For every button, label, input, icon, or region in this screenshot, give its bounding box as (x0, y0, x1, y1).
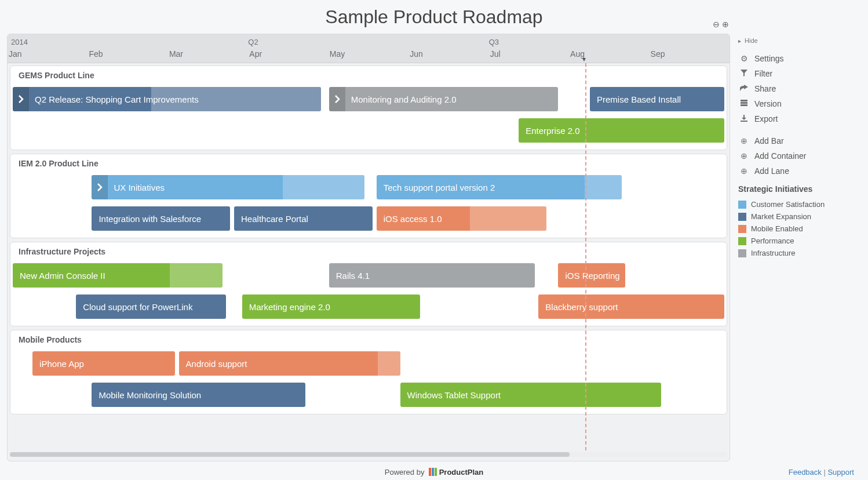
bar-label: Enterprise 2.0 (526, 126, 579, 136)
share-button[interactable]: Share (738, 81, 861, 96)
track: Cloud support for PowerLinkMarketing eng… (13, 293, 724, 322)
roadmap-bar[interactable]: Android support (179, 351, 400, 376)
bar-progress-overlay (151, 87, 321, 111)
roadmap-bar[interactable]: New Admin Console II (13, 263, 223, 288)
legend-swatch (738, 237, 746, 245)
settings-button[interactable]: ⚙ Settings (738, 51, 861, 66)
main: 2014Q2Q3JanFebMarAprMayJunJulAugSep GEMS… (0, 34, 868, 464)
add-bar-button[interactable]: ⊕ Add Bar (738, 133, 861, 148)
filter-label: Filter (754, 69, 772, 78)
track: Integration with SalesforceHealthcare Po… (13, 205, 724, 234)
year-label: 2014 (11, 38, 28, 46)
legend-label: Performance (751, 237, 794, 245)
legend-label: Infrastructure (751, 249, 796, 257)
bar-progress-overlay (283, 175, 364, 199)
legend-swatch (738, 225, 746, 233)
roadmap-board: 2014Q2Q3JanFebMarAprMayJunJulAugSep GEMS… (7, 34, 730, 461)
legend-label: Market Expansion (751, 212, 811, 221)
month-label: Jan (9, 49, 22, 59)
roadmap-bar[interactable]: Blackberry support (538, 294, 724, 319)
svg-rect-1 (741, 102, 747, 104)
bar-label: iOS access 1.0 (384, 214, 442, 224)
bar-progress-overlay (378, 351, 400, 376)
add-lane-button[interactable]: ⊕ Add Lane (738, 163, 861, 179)
zoom-controls: ⊖ ⊕ (713, 20, 729, 29)
share-icon (739, 84, 749, 93)
legend: Customer SatisfactionMarket ExpansionMob… (738, 198, 861, 259)
legend-swatch (738, 201, 746, 209)
zoom-in-icon[interactable]: ⊕ (722, 20, 729, 29)
bar-label: Windows Tablet Support (407, 390, 501, 400)
roadmap-bar[interactable]: iPhone App (32, 351, 175, 376)
roadmap-bar[interactable]: Enterprise 2.0 (519, 118, 724, 143)
plus-circle-icon: ⊕ (739, 151, 749, 161)
sidebar: ▸ Hide ⚙ Settings Filter Share Version (734, 34, 861, 461)
filter-button[interactable]: Filter (738, 66, 861, 81)
lane: Mobile ProductsiPhone AppAndroid support… (10, 330, 727, 414)
time-header: 2014Q2Q3JanFebMarAprMayJunJulAugSep (8, 34, 730, 63)
productplan-logo-icon (429, 468, 437, 476)
export-button[interactable]: Export (738, 111, 861, 126)
legend-item[interactable]: Mobile Enabled (738, 223, 861, 235)
bar-label: iOS Reporting (565, 271, 619, 281)
quarter-label: Q2 (248, 38, 258, 46)
add-bar-label: Add Bar (754, 136, 784, 146)
support-link[interactable]: Support (827, 468, 854, 477)
page-title: Sample Product Roadmap (325, 6, 542, 28)
track: iPhone AppAndroid support (13, 350, 724, 379)
roadmap-bar[interactable]: Mobile Monitoring Solution (92, 383, 305, 407)
scrollbar-thumb[interactable] (10, 452, 570, 457)
bar-label: Android support (186, 359, 247, 369)
bar-label: Monitoring and Auditing 2.0 (351, 94, 457, 104)
lane: IEM 2.0 Product LineUX InitiativesTech s… (10, 154, 727, 238)
roadmap-bar[interactable]: iOS Reporting (558, 263, 625, 288)
bar-label: Blackberry support (545, 302, 618, 312)
horizontal-scrollbar[interactable] (10, 450, 727, 459)
svg-rect-2 (741, 104, 747, 106)
roadmap-bar[interactable]: Windows Tablet Support (400, 383, 661, 407)
legend-item[interactable]: Infrastructure (738, 247, 861, 259)
lane-title: GEMS Product Line (10, 66, 727, 83)
powered-by-label: Powered by (385, 468, 425, 477)
chevron-right-icon (13, 87, 29, 111)
roadmap-bar[interactable]: iOS access 1.0 (377, 206, 546, 231)
add-container-button[interactable]: ⊕ Add Container (738, 148, 861, 163)
bar-progress-overlay (170, 263, 222, 288)
month-label: Mar (169, 49, 183, 59)
roadmap-bar[interactable]: UX Initiatives (92, 175, 364, 199)
bar-label: Mobile Monitoring Solution (99, 390, 201, 400)
chevron-right-icon (92, 175, 108, 199)
roadmap-bar[interactable]: Rails 4.1 (329, 263, 535, 288)
roadmap-bar[interactable]: Integration with Salesforce (92, 206, 230, 231)
legend-swatch (738, 213, 746, 221)
title-row: Sample Product Roadmap ⊖ ⊕ (0, 0, 868, 34)
roadmap-bar[interactable]: Marketing engine 2.0 (242, 294, 420, 319)
hide-sidebar-button[interactable]: ▸ Hide (738, 37, 861, 44)
bar-label: iPhone App (39, 359, 84, 369)
lane-title: IEM 2.0 Product Line (10, 154, 727, 172)
lane: GEMS Product LineQ2 Release: Shopping Ca… (10, 66, 727, 150)
roadmap-bar[interactable]: Q2 Release: Shopping Cart Improvements (13, 87, 321, 111)
roadmap-bar[interactable]: Cloud support for PowerLink (76, 294, 226, 319)
legend-item[interactable]: Performance (738, 235, 861, 247)
triangle-right-icon: ▸ (738, 38, 741, 44)
bar-progress-overlay (470, 206, 546, 231)
roadmap-bar[interactable]: Healthcare Portal (234, 206, 373, 231)
version-button[interactable]: Version (738, 96, 861, 111)
legend-title: Strategic Initiatives (738, 184, 861, 194)
plus-circle-icon: ⊕ (739, 136, 749, 146)
legend-item[interactable]: Customer Satisfaction (738, 198, 861, 210)
roadmap-bar[interactable]: Premise Based Install (590, 87, 724, 111)
lanes-container: GEMS Product LineQ2 Release: Shopping Ca… (8, 63, 730, 450)
month-label: Feb (89, 49, 103, 59)
today-line (585, 63, 586, 450)
month-label: May (330, 49, 345, 59)
export-label: Export (754, 114, 778, 123)
roadmap-bar[interactable]: Monitoring and Auditing 2.0 (329, 87, 559, 111)
productplan-logo[interactable]: ProductPlan (429, 468, 484, 477)
track: UX InitiativesTech support portal versio… (13, 174, 724, 203)
bar-label: Integration with Salesforce (99, 214, 201, 224)
feedback-link[interactable]: Feedback (789, 468, 822, 477)
zoom-out-icon[interactable]: ⊖ (713, 20, 720, 29)
legend-item[interactable]: Market Expansion (738, 210, 861, 223)
